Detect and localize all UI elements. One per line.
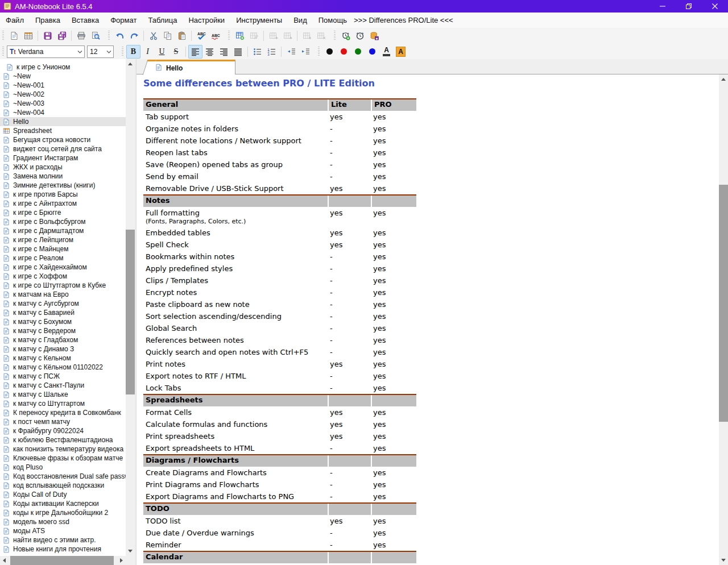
sidebar-item[interactable]: к матчу с Динамо З	[0, 344, 126, 354]
sidebar-item[interactable]: моды ATS	[0, 526, 126, 535]
sidebar-item[interactable]: к матчу с Кельном	[0, 354, 126, 363]
sidebar-item[interactable]: Spreadsheet	[0, 126, 126, 135]
sidebar-item[interactable]: к Фрайбургу 09022024	[0, 426, 126, 435]
sidebar-item[interactable]: виджет соц.сетей для сайта	[0, 144, 126, 153]
sidebar-item[interactable]: к игре с Лейпцигом	[0, 235, 126, 244]
sidebar-item[interactable]: как понизить температуру видеока	[0, 444, 126, 454]
sidebar-item[interactable]: к матчу с Вердером	[0, 326, 126, 335]
add-reminder-button[interactable]	[338, 29, 353, 43]
cut-button[interactable]	[146, 29, 160, 43]
save-all-button[interactable]	[55, 29, 69, 43]
color-blue-button[interactable]	[365, 45, 379, 59]
sidebar-item[interactable]: к матчу с Аугсбургом	[0, 299, 126, 308]
font-color-button[interactable]: A	[379, 45, 394, 59]
sidebar-item[interactable]: к матчу с Шальке	[0, 390, 126, 399]
sidebar-item[interactable]: ~New-002	[0, 90, 126, 99]
print-button[interactable]	[74, 29, 88, 43]
menu-banner[interactable]: >>> Differences PRO/Lite <<<	[354, 13, 453, 28]
backup-button[interactable]	[367, 29, 381, 43]
indent-button[interactable]	[298, 45, 312, 59]
sidebar-vertical-scrollbar[interactable]	[126, 59, 135, 556]
sidebar-item[interactable]: Замена молнии	[0, 172, 126, 181]
scrollbar-thumb[interactable]	[10, 556, 114, 565]
underline-button[interactable]: U	[155, 45, 169, 59]
sidebar-item[interactable]: к игре с Айнтрахтом	[0, 199, 126, 208]
tab-hello[interactable]: Hello	[149, 60, 235, 74]
scrollbar-thumb[interactable]	[126, 230, 135, 394]
delete-row-button[interactable]	[300, 29, 314, 43]
sidebar-horizontal-scrollbar[interactable]	[0, 556, 126, 565]
color-black-button[interactable]	[322, 45, 337, 59]
sidebar-item[interactable]: к матчу с Санкт-Паули	[0, 381, 126, 390]
sidebar-item[interactable]: к игре с Брюгге	[0, 208, 126, 217]
new-spreadsheet-button[interactable]	[21, 29, 35, 43]
sidebar-item[interactable]: к матчу с Бохумом	[0, 317, 126, 326]
sidebar-item[interactable]: ЖКХ и расходы	[0, 163, 126, 172]
sidebar-item[interactable]: к игре с Реалом	[0, 254, 126, 263]
copy-button[interactable]	[160, 29, 175, 43]
reminders-button[interactable]	[353, 29, 367, 43]
insert-table-button[interactable]	[233, 29, 247, 43]
color-red-button[interactable]	[337, 45, 351, 59]
sidebar-item[interactable]: Бегущая строка новости	[0, 135, 126, 144]
toolbar-grip[interactable]	[334, 31, 336, 41]
sidebar-item[interactable]: к игре со Штутгартом в Кубке	[0, 281, 126, 290]
toolbar-grip[interactable]	[2, 47, 4, 57]
sidebar-item[interactable]: Градиент Инстаграм	[0, 153, 126, 163]
sidebar-item[interactable]: Коды Call of Duty	[0, 490, 126, 499]
scroll-left-arrow[interactable]	[3, 558, 6, 563]
sidebar-item[interactable]: к матчу с Кёльном 01102022	[0, 363, 126, 372]
restore-button[interactable]	[676, 0, 702, 13]
align-center-button[interactable]	[202, 45, 217, 59]
align-right-button[interactable]	[217, 45, 231, 59]
menu-item-6[interactable]: Настройки	[183, 13, 230, 28]
paste-button[interactable]	[175, 29, 189, 43]
scrollbar-thumb[interactable]	[719, 185, 728, 422]
insert-column-button[interactable]	[280, 29, 295, 43]
scroll-up-arrow[interactable]	[128, 63, 133, 65]
sidebar-item[interactable]: модель моего ssd	[0, 517, 126, 526]
sidebar-item[interactable]: Коды активации Касперски	[0, 499, 126, 508]
sidebar-item[interactable]: Код восстановления Dual safe passw	[0, 472, 126, 481]
scroll-down-arrow[interactable]	[128, 550, 133, 552]
sidebar-item[interactable]: к игре с Вольфсбургом	[0, 217, 126, 226]
note-document[interactable]: Some differences between PRO / LITE Edit…	[136, 74, 719, 565]
align-left-button[interactable]	[188, 45, 202, 59]
sidebar-item[interactable]: к игре с Унионом	[0, 63, 126, 72]
redo-button[interactable]	[127, 29, 141, 43]
menu-item-1[interactable]: Файл	[0, 13, 30, 28]
menu-item-9[interactable]: Помощь	[313, 13, 353, 28]
close-button[interactable]	[702, 0, 728, 13]
font-name-select[interactable]: Tt Verdana	[7, 45, 85, 58]
color-green-button[interactable]	[351, 45, 365, 59]
outdent-button[interactable]	[284, 45, 298, 59]
sidebar-item[interactable]: к матчу со Штутгартом	[0, 399, 126, 408]
menu-item-2[interactable]: Правка	[30, 13, 66, 28]
toolbar-grip[interactable]	[2, 31, 4, 41]
toolbar-grip[interactable]	[228, 31, 230, 41]
sidebar-item[interactable]: к матчу с ПСЖ	[0, 372, 126, 381]
toolbar-grip[interactable]	[122, 47, 123, 57]
sidebar-item[interactable]: ~New-003	[0, 99, 126, 108]
highlight-button[interactable]: A	[394, 45, 408, 59]
numbered-list-button[interactable]: 123	[264, 45, 279, 59]
sidebar-item[interactable]: коды к игре Дальнобойщики 2	[0, 508, 126, 517]
sidebar-item[interactable]: К переносу кредита в Совкомбанк	[0, 408, 126, 417]
sidebar-item[interactable]: к игре с Майнцем	[0, 244, 126, 254]
sidebar-item[interactable]: код всплывающей подсказки	[0, 481, 126, 490]
sidebar-item[interactable]: к пост чемп матчу	[0, 417, 126, 426]
scroll-up-arrow[interactable]	[721, 78, 726, 81]
font-size-select[interactable]: 12	[87, 45, 114, 58]
sidebar-item[interactable]: код Pluso	[0, 463, 126, 472]
menu-item-3[interactable]: Вставка	[66, 13, 105, 28]
undo-button[interactable]	[113, 29, 127, 43]
menu-item-8[interactable]: Вид	[288, 13, 313, 28]
menu-item-4[interactable]: Формат	[105, 13, 142, 28]
sidebar-item[interactable]: ~New-001	[0, 81, 126, 90]
sidebar-item[interactable]: ~New-004	[0, 108, 126, 117]
italic-button[interactable]: I	[140, 45, 155, 59]
sidebar-item[interactable]: найти видео с этими актр.	[0, 535, 126, 545]
sidebar-item[interactable]: к матчам на Евро	[0, 290, 126, 299]
sidebar-item[interactable]: ~New	[0, 72, 126, 81]
align-justify-button[interactable]	[231, 45, 245, 59]
